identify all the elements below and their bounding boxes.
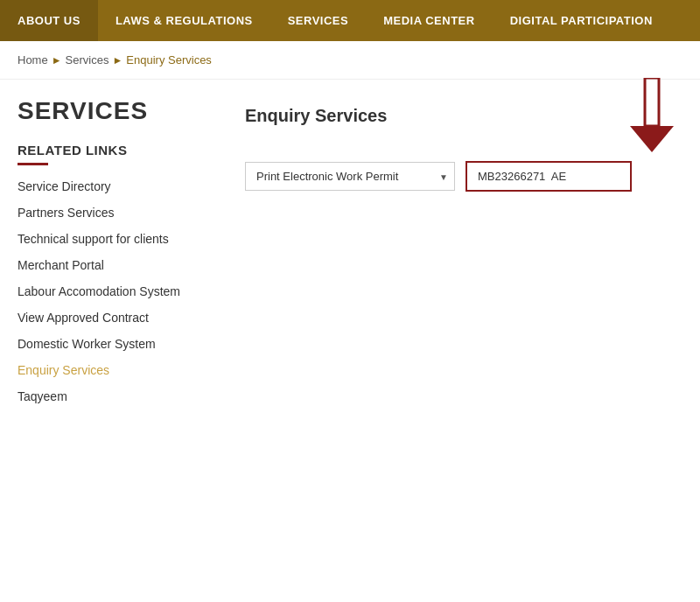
sidebar-links-list: Service Directory Partners Services Tech… bbox=[18, 179, 210, 403]
main-container: SERVICES RELATED LINKS Service Directory… bbox=[0, 80, 700, 421]
top-navigation: ABOUT US LAWS & REGULATIONS SERVICES MED… bbox=[0, 0, 700, 41]
dropdown-wrapper: Print Electronic Work Permit ▼ bbox=[245, 162, 455, 191]
nav-laws[interactable]: LAWS & REGULATIONS bbox=[98, 0, 270, 41]
related-links-underline bbox=[18, 163, 48, 165]
sidebar-link-taqyeem[interactable]: Taqyeem bbox=[18, 389, 67, 403]
sidebar-link-labour-accommodation[interactable]: Labour Accomodation System bbox=[18, 284, 180, 298]
permit-number-input[interactable] bbox=[466, 161, 632, 192]
list-item: Technical support for clients bbox=[18, 232, 210, 246]
svg-marker-1 bbox=[630, 126, 674, 152]
list-item: Labour Accomodation System bbox=[18, 284, 210, 298]
nav-services[interactable]: SERVICES bbox=[270, 0, 367, 41]
breadcrumb: Home ► Services ► Enquiry Services bbox=[0, 41, 700, 80]
list-item: Service Directory bbox=[18, 179, 210, 193]
breadcrumb-current: Enquiry Services bbox=[126, 53, 212, 66]
list-item: Domestic Worker System bbox=[18, 337, 210, 351]
list-item: Merchant Portal bbox=[18, 258, 210, 272]
list-item: Partners Services bbox=[18, 206, 210, 220]
related-links-section: RELATED LINKS Service Directory Partners… bbox=[18, 143, 210, 403]
breadcrumb-home[interactable]: Home bbox=[18, 53, 48, 66]
sidebar-link-merchant-portal[interactable]: Merchant Portal bbox=[18, 258, 104, 272]
content-area: Enquiry Services Print Electronic Work P… bbox=[245, 97, 682, 403]
sidebar-link-technical-support[interactable]: Technical support for clients bbox=[18, 232, 169, 246]
form-section: Print Electronic Work Permit ▼ bbox=[245, 161, 682, 192]
svg-rect-0 bbox=[645, 78, 659, 126]
list-item: View Approved Contract bbox=[18, 311, 210, 325]
sidebar-link-partners-services[interactable]: Partners Services bbox=[18, 206, 114, 220]
list-item: Taqyeem bbox=[18, 389, 210, 403]
list-item: Enquiry Services bbox=[18, 363, 210, 377]
breadcrumb-separator-1: ► bbox=[52, 54, 62, 66]
breadcrumb-separator-2: ► bbox=[112, 54, 122, 66]
sidebar-link-domestic-worker[interactable]: Domestic Worker System bbox=[18, 337, 156, 351]
sidebar-link-enquiry-services[interactable]: Enquiry Services bbox=[18, 363, 109, 377]
arrow-annotation bbox=[626, 78, 678, 157]
breadcrumb-services[interactable]: Services bbox=[66, 53, 109, 66]
related-links-title: RELATED LINKS bbox=[18, 143, 210, 158]
form-row: Print Electronic Work Permit ▼ bbox=[245, 161, 682, 192]
sidebar-link-service-directory[interactable]: Service Directory bbox=[18, 179, 111, 193]
sidebar-title: SERVICES bbox=[18, 97, 210, 125]
nav-media-center[interactable]: MEDIA CENTER bbox=[366, 0, 492, 41]
work-permit-dropdown[interactable]: Print Electronic Work Permit bbox=[245, 162, 455, 191]
nav-about-us[interactable]: ABOUT US bbox=[0, 0, 98, 41]
sidebar: SERVICES RELATED LINKS Service Directory… bbox=[18, 97, 210, 403]
sidebar-link-view-approved-contract[interactable]: View Approved Contract bbox=[18, 311, 149, 325]
nav-digital-participation[interactable]: DIGITAL PARTICIPATION bbox=[493, 0, 670, 41]
content-title: Enquiry Services bbox=[245, 106, 682, 126]
